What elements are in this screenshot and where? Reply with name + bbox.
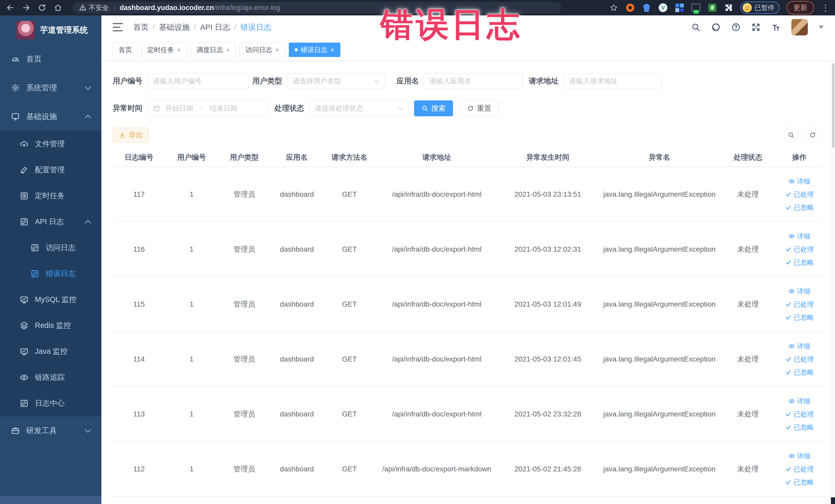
- profile-paused-badge[interactable]: ☺ 已暂停: [740, 2, 779, 14]
- ignored-link[interactable]: 已忽略: [785, 368, 814, 377]
- sidebar-logo[interactable]: 芋道管理系统: [0, 15, 101, 45]
- processed-link[interactable]: 已处理: [785, 300, 814, 309]
- extension-vue-icon[interactable]: V: [658, 3, 668, 12]
- browser-menu-icon[interactable]: ⋮: [821, 3, 830, 12]
- fullscreen-icon[interactable]: [751, 23, 760, 32]
- sidebar-item-scheduled-tasks[interactable]: 定时任务: [0, 183, 101, 209]
- eye-icon: [788, 288, 795, 295]
- detail-link[interactable]: 详细: [788, 451, 810, 461]
- processed-link[interactable]: 已处理: [785, 245, 814, 254]
- check-icon: [785, 479, 792, 485]
- search-button[interactable]: 搜索: [414, 100, 453, 116]
- sidebar-item-system-mgmt[interactable]: 系统管理: [0, 74, 101, 102]
- toggle-search-button[interactable]: [784, 127, 798, 142]
- sidebar-item-infrastructure[interactable]: 基础设施: [0, 102, 101, 131]
- exception-time-range-input[interactable]: 开始日期 - 结束日期: [147, 100, 268, 116]
- sidebar: 芋道管理系统 首页系统管理基础设施文件管理配置管理定时任务API 日志访问日志错…: [0, 15, 101, 504]
- doc-edit-icon: [30, 269, 40, 278]
- cell-app-name: dashboard: [270, 465, 323, 473]
- column-header: 用户类型: [218, 153, 270, 162]
- extension-switch-icon[interactable]: on: [691, 3, 700, 12]
- processed-link[interactable]: 已处理: [785, 465, 814, 474]
- forward-icon[interactable]: [21, 3, 31, 13]
- home-icon[interactable]: [53, 3, 63, 13]
- processed-link[interactable]: 已处理: [785, 410, 814, 419]
- user-type-select[interactable]: 请选择用户类型: [287, 73, 385, 89]
- ignored-link[interactable]: 已忽略: [785, 313, 814, 322]
- app-name-input[interactable]: [424, 73, 522, 89]
- breadcrumb-infrastructure[interactable]: 基础设施: [159, 22, 190, 33]
- detail-link[interactable]: 详细: [788, 177, 810, 186]
- vertical-scrollbar[interactable]: [831, 61, 835, 504]
- scrollbar-thumb[interactable]: [832, 63, 834, 148]
- processed-link[interactable]: 已处理: [785, 355, 814, 364]
- ignored-link[interactable]: 已忽略: [785, 258, 814, 267]
- chevron-down-icon[interactable]: [819, 26, 824, 29]
- chevron-down-icon: [85, 426, 91, 432]
- reset-button[interactable]: 重置: [460, 100, 499, 116]
- font-size-icon[interactable]: [771, 23, 780, 32]
- request-url-input[interactable]: [563, 73, 662, 89]
- detail-link[interactable]: 详细: [788, 232, 810, 241]
- sidebar-item-file-mgmt[interactable]: 文件管理: [0, 131, 101, 157]
- close-icon[interactable]: ×: [275, 46, 279, 53]
- cell-process-status: 未处理: [721, 189, 775, 199]
- detail-link[interactable]: 详细: [788, 287, 810, 296]
- refresh-table-button[interactable]: [805, 127, 820, 142]
- reload-icon[interactable]: [37, 3, 47, 13]
- sidebar-item-config-mgmt[interactable]: 配置管理: [0, 157, 101, 183]
- bookmark-star-icon[interactable]: [609, 3, 618, 12]
- help-icon[interactable]: [731, 23, 740, 32]
- sidebar-item-dev-tools[interactable]: 研发工具: [0, 416, 101, 445]
- close-icon[interactable]: ×: [331, 46, 334, 53]
- detail-link[interactable]: 详细: [788, 342, 810, 351]
- extension-grid-icon[interactable]: [675, 3, 684, 12]
- cell-exception-time: 2021-05-03 12:01:49: [498, 300, 598, 308]
- tab-首页[interactable]: 首页: [113, 43, 138, 57]
- not-secure-warning[interactable]: 不安全: [79, 3, 109, 12]
- ignored-link[interactable]: 已忽略: [785, 203, 814, 212]
- extension-shield-icon[interactable]: [642, 3, 651, 12]
- github-icon[interactable]: [711, 23, 720, 32]
- export-button[interactable]: 导出: [113, 127, 149, 142]
- sidebar-item-java-monitor[interactable]: Java 监控: [0, 338, 101, 364]
- breadcrumb-home[interactable]: 首页: [133, 22, 149, 33]
- tab-定时任务[interactable]: 定时任务×: [141, 43, 187, 57]
- cell-process-status: 未处理: [721, 299, 775, 309]
- edit-icon: [20, 165, 29, 175]
- close-icon[interactable]: ×: [177, 46, 181, 53]
- processed-link[interactable]: 已处理: [785, 190, 814, 199]
- browser-update-button[interactable]: 更新: [787, 1, 814, 14]
- address-bar[interactable]: 不安全 dashboard.yudao.iocoder.cn /infra/lo…: [73, 2, 562, 14]
- sidebar-item-home[interactable]: 首页: [0, 45, 101, 74]
- error-log-table: 日志编号用户编号用户类型应用名请求方法名请求地址异常发生时间异常名处理状态操作 …: [113, 148, 824, 497]
- cell-user-id: 1: [165, 465, 218, 473]
- browser-toolbar-right: V on ☺ 已暂停 更新 ⋮: [609, 1, 830, 14]
- sidebar-item-log-center[interactable]: 日志中心: [0, 390, 101, 416]
- tab-访问日志[interactable]: 访问日志×: [240, 43, 285, 57]
- breadcrumb-api-log[interactable]: API 日志: [200, 22, 230, 33]
- extension-leaf-icon[interactable]: [708, 3, 717, 12]
- collapse-sidebar-icon[interactable]: [113, 23, 123, 31]
- sidebar-item-access-log[interactable]: 访问日志: [0, 235, 101, 261]
- ignored-link[interactable]: 已忽略: [785, 478, 814, 487]
- extension-orange-icon[interactable]: [626, 3, 635, 12]
- search-icon[interactable]: [691, 23, 700, 32]
- sidebar-item-api-log[interactable]: API 日志: [0, 209, 101, 235]
- back-icon[interactable]: [5, 3, 15, 13]
- sidebar-item-mysql-monitor[interactable]: MySQL 监控: [0, 286, 101, 313]
- cell-exception-name: java.lang.IllegalArgumentException: [598, 355, 721, 363]
- sidebar-item-error-log[interactable]: 错误日志: [0, 261, 101, 286]
- sidebar-item-redis-monitor[interactable]: Redis 监控: [0, 313, 101, 338]
- process-status-select[interactable]: 请选择处理状态: [309, 100, 408, 116]
- user-avatar[interactable]: [791, 19, 808, 36]
- detail-link[interactable]: 详细: [788, 397, 810, 406]
- sidebar-item-trace[interactable]: 链路追踪: [0, 364, 101, 390]
- extensions-puzzle-icon[interactable]: [724, 3, 733, 12]
- start-date-placeholder: 开始日期: [165, 104, 193, 113]
- user-id-input[interactable]: [147, 73, 249, 89]
- tab-调度日志[interactable]: 调度日志×: [190, 43, 236, 57]
- ignored-link[interactable]: 已忽略: [785, 423, 814, 432]
- close-icon[interactable]: ×: [226, 46, 230, 53]
- tab-错误日志[interactable]: 错误日志×: [289, 43, 340, 57]
